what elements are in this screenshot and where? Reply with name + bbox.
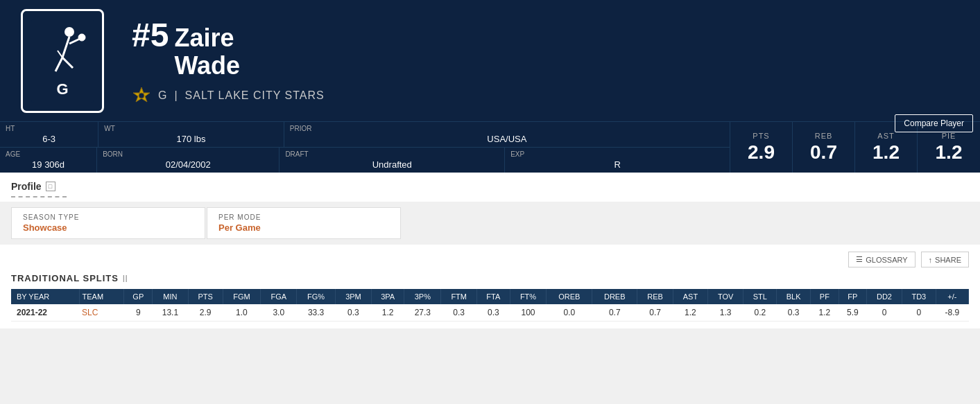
traditional-splits-table: BY YEAR TEAM GP MIN PTS FGM FGA FG% 3PM … <box>11 289 969 322</box>
draft-label: DRAFT <box>285 150 499 158</box>
born-value: 02/04/2002 <box>103 158 273 170</box>
col-fp: FP <box>839 289 866 304</box>
col-pf: PF <box>811 289 839 304</box>
table-cell: 1.0 <box>223 304 261 322</box>
age-cell: AGE 19 306d <box>0 148 97 173</box>
svg-point-7 <box>78 34 85 41</box>
table-cell: 100 <box>510 304 547 322</box>
table-cell: -8.9 <box>936 304 968 322</box>
compare-player-button[interactable]: Compare Player <box>895 114 973 132</box>
pie-value: 1.2 <box>936 141 963 164</box>
col-3pa: 3PA <box>371 289 404 304</box>
player-info: #5 Zaire Wade G | SALT LAKE CITY STARS <box>118 16 966 105</box>
header-row: BY YEAR TEAM GP MIN PTS FGM FGA FG% 3PM … <box>11 289 969 304</box>
nbagl-logo: G <box>21 9 104 113</box>
col-ast: AST <box>673 289 708 304</box>
expand-icon[interactable]: □ <box>46 182 55 191</box>
col-3pm: 3PM <box>336 289 372 304</box>
player-first-name: Zaire <box>174 24 240 52</box>
table-cell: 5.9 <box>839 304 866 322</box>
bio-row-2: AGE 19 306d BORN 02/04/2002 DRAFT Undraf… <box>0 148 730 173</box>
glossary-icon: ☰ <box>856 255 863 264</box>
col-plus-minus: +/- <box>936 289 968 304</box>
section-title: TRADITIONAL SPLITS || <box>11 273 969 283</box>
svg-point-2 <box>65 27 74 37</box>
player-last-name: Wade <box>174 52 240 80</box>
table-cell: 3.0 <box>261 304 297 322</box>
ast-label: AST <box>877 132 894 140</box>
glossary-button[interactable]: ☰ GLOSSARY <box>848 252 915 267</box>
per-mode-filter[interactable]: PER MODE Per Game <box>207 207 401 239</box>
team-line: G | SALT LAKE CITY STARS <box>132 86 966 105</box>
born-cell: BORN 02/04/2002 <box>97 148 280 173</box>
table-cell: 33.3 <box>297 304 336 322</box>
col-fta: FTA <box>477 289 510 304</box>
pts-value: 2.9 <box>748 141 775 164</box>
ht-cell: HT 6-3 <box>0 122 98 147</box>
table-cell: 0.3 <box>777 304 811 322</box>
born-label: BORN <box>103 150 273 158</box>
prior-cell: PRIOR USA/USA <box>284 122 730 147</box>
exp-value: R <box>510 158 724 170</box>
share-button[interactable]: ↑ SHARE <box>921 252 969 267</box>
bio-section: HT 6-3 WT 170 lbs PRIOR USA/USA AGE 19 3… <box>0 122 730 173</box>
section-pipe-icon: || <box>123 274 128 282</box>
logo-area: G <box>7 7 118 114</box>
per-mode-value: Per Game <box>218 222 389 233</box>
col-reb: REB <box>637 289 673 304</box>
col-ft-pct: FT% <box>510 289 547 304</box>
table-section: ☰ GLOSSARY ↑ SHARE TRADITIONAL SPLITS ||… <box>0 245 980 328</box>
col-pts: PTS <box>188 289 223 304</box>
col-fg-pct: FG% <box>297 289 336 304</box>
exp-cell: EXP R <box>505 148 730 173</box>
table-cell: 1.3 <box>707 304 743 322</box>
draft-value: Undrafted <box>285 158 499 170</box>
stats-grid: HT 6-3 WT 170 lbs PRIOR USA/USA AGE 19 3… <box>0 121 980 173</box>
table-cell: 0 <box>902 304 936 322</box>
draft-cell: DRAFT Undrafted <box>280 148 505 173</box>
wt-label: WT <box>104 125 278 132</box>
table-cell: 2021-22 <box>11 304 79 322</box>
col-3p-pct: 3P% <box>404 289 441 304</box>
pie-label: PIE <box>942 132 956 140</box>
reb-label: REB <box>815 132 833 140</box>
table-cell: 0.3 <box>336 304 372 322</box>
table-cell: 2.9 <box>188 304 223 322</box>
pts-label: PTS <box>753 132 769 140</box>
season-type-label: SEASON TYPE <box>23 213 194 221</box>
share-label: SHARE <box>935 256 961 264</box>
table-cell: 1.2 <box>673 304 708 322</box>
player-number: #5 <box>132 16 169 54</box>
player-name-line: #5 Zaire Wade <box>132 16 966 79</box>
col-stl: STL <box>743 289 777 304</box>
header: G #5 Zaire Wade <box>0 0 980 121</box>
prior-label: PRIOR <box>290 125 724 132</box>
wt-cell: WT 170 lbs <box>98 122 284 147</box>
svg-point-10 <box>139 93 144 98</box>
bio-row-1: HT 6-3 WT 170 lbs PRIOR USA/USA <box>0 122 730 148</box>
col-fga: FGA <box>261 289 297 304</box>
table-cell: 0 <box>867 304 902 322</box>
table-body: 2021-22SLC913.12.91.03.033.30.31.227.30.… <box>11 304 969 322</box>
ht-label: HT <box>6 125 92 132</box>
table-cell: 0.7 <box>592 304 637 322</box>
reb-stat: REB 0.7 <box>793 122 855 173</box>
col-oreb: OREB <box>547 289 592 304</box>
table-cell: SLC <box>79 304 124 322</box>
svg-text:G: G <box>56 80 68 98</box>
table-cell: 0.7 <box>637 304 673 322</box>
per-mode-label: PER MODE <box>218 213 389 221</box>
col-ftm: FTM <box>441 289 477 304</box>
age-value: 19 306d <box>6 158 91 170</box>
team-name: SALT LAKE CITY STARS <box>185 89 325 102</box>
col-td3: TD3 <box>902 289 936 304</box>
col-year: BY YEAR <box>11 289 79 304</box>
glossary-label: GLOSSARY <box>866 256 907 264</box>
table-cell: 0.0 <box>547 304 592 322</box>
reb-value: 0.7 <box>810 141 837 164</box>
wt-value: 170 lbs <box>104 132 278 144</box>
season-type-filter[interactable]: SEASON TYPE Showcase <box>11 207 205 239</box>
ast-value: 1.2 <box>872 141 900 164</box>
table-cell: 0.3 <box>441 304 477 322</box>
filter-row: SEASON TYPE Showcase PER MODE Per Game <box>0 202 980 245</box>
